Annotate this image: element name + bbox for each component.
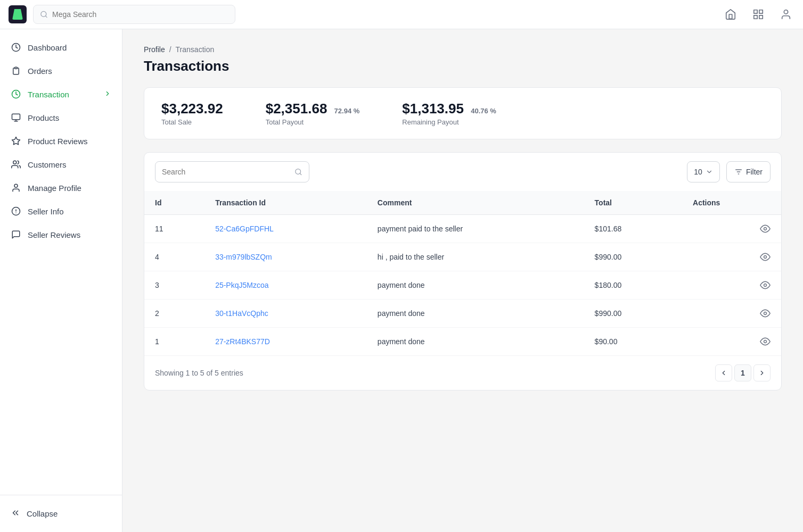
cell-id: 11 <box>144 215 204 243</box>
manage-profile-icon <box>11 182 21 193</box>
sidebar-item-customers-label: Customers <box>28 160 67 169</box>
pagination-controls: 1 <box>715 364 771 381</box>
filter-label: Filter <box>746 168 763 176</box>
collapse-label: Collapse <box>27 509 58 518</box>
stat-total-payout-label: Total Payout <box>266 118 360 126</box>
orders-icon <box>11 65 21 76</box>
sidebar-item-seller-reviews[interactable]: Seller Reviews <box>0 223 122 246</box>
sidebar-item-products[interactable]: Products <box>0 106 122 129</box>
main-content: Profile / Transaction Transactions $3,22… <box>122 29 803 532</box>
cell-comment: payment done <box>367 300 584 328</box>
per-page-value: 10 <box>694 168 702 176</box>
collapse-icon <box>11 508 20 519</box>
svg-rect-6 <box>759 15 763 19</box>
user-icon-btn[interactable] <box>777 6 794 23</box>
col-comment: Comment <box>367 191 584 215</box>
sidebar-item-seller-info[interactable]: Seller Info <box>0 200 122 223</box>
sidebar-item-customers[interactable]: Customers <box>0 153 122 176</box>
cell-transaction-id[interactable]: 30-t1HaVcQphc <box>204 300 367 328</box>
transactions-table: Id Transaction Id Comment Total Actions … <box>144 191 781 355</box>
cell-transaction-id[interactable]: 52-Ca6GpFDFHL <box>204 215 367 243</box>
sidebar-item-orders[interactable]: Orders <box>0 59 122 82</box>
page-title: Transactions <box>144 58 782 74</box>
view-action-btn[interactable] <box>693 308 771 319</box>
global-search-input[interactable] <box>52 10 228 19</box>
breadcrumb-current: Transaction <box>176 45 215 54</box>
view-action-btn[interactable] <box>693 252 771 262</box>
table-row: 4 33-m979lbSZQm hi , paid to the seller … <box>144 243 781 271</box>
breadcrumb-parent[interactable]: Profile <box>144 45 165 54</box>
table-search-bar[interactable] <box>155 161 309 182</box>
filter-icon <box>734 168 743 176</box>
cell-total: $90.00 <box>584 328 682 356</box>
stat-remaining-payout-value: $1,313.95 40.76 % <box>402 101 496 117</box>
svg-rect-5 <box>754 15 757 19</box>
cell-total: $990.00 <box>584 243 682 271</box>
grid-icon-btn[interactable] <box>750 6 767 23</box>
view-action-btn[interactable] <box>693 280 771 290</box>
cell-actions <box>682 271 781 300</box>
chevron-right-icon <box>104 90 111 99</box>
sidebar-item-product-reviews-label: Product Reviews <box>28 137 88 146</box>
cell-comment: payment done <box>367 271 584 300</box>
svg-point-7 <box>784 10 788 14</box>
next-page-btn[interactable] <box>753 364 771 381</box>
global-search-bar[interactable] <box>33 5 235 24</box>
sidebar-item-product-reviews[interactable]: Product Reviews <box>0 129 122 153</box>
cell-actions <box>682 243 781 271</box>
cell-transaction-id[interactable]: 33-m979lbSZQm <box>204 243 367 271</box>
svg-point-29 <box>764 340 767 343</box>
table-actions: 10 Filter <box>687 161 771 182</box>
col-total: Total <box>584 191 682 215</box>
col-id: Id <box>144 191 204 215</box>
sidebar-item-transaction[interactable]: Transaction <box>0 82 122 106</box>
filter-button[interactable]: Filter <box>726 161 771 182</box>
table-row: 1 27-zRt4BKS77D payment done $90.00 <box>144 328 781 356</box>
cell-transaction-id[interactable]: 27-zRt4BKS77D <box>204 328 367 356</box>
cell-id: 4 <box>144 243 204 271</box>
transaction-icon <box>11 89 21 99</box>
svg-point-26 <box>764 256 767 259</box>
table-search-input[interactable] <box>162 168 290 176</box>
products-icon <box>11 112 21 123</box>
product-reviews-icon <box>11 136 21 146</box>
svg-marker-14 <box>12 137 20 145</box>
stat-total-payout-pct: 72.94 % <box>334 107 360 115</box>
cell-total: $990.00 <box>584 300 682 328</box>
table-row: 2 30-t1HaVcQphc payment done $990.00 <box>144 300 781 328</box>
cell-total: $101.68 <box>584 215 682 243</box>
svg-point-27 <box>764 284 767 287</box>
stat-total-sale-value: $3,223.92 <box>161 101 223 117</box>
sidebar-item-dashboard[interactable]: Dashboard <box>0 36 122 59</box>
sidebar-item-seller-reviews-label: Seller Reviews <box>28 230 80 239</box>
svg-point-28 <box>764 312 767 315</box>
svg-rect-11 <box>12 114 20 120</box>
table-search-icon <box>294 168 302 176</box>
cell-transaction-id[interactable]: 25-PkqJ5Mzcoa <box>204 271 367 300</box>
stat-total-payout-value: $2,351.68 72.94 % <box>266 101 360 117</box>
main-layout: Dashboard Orders Transaction Products <box>0 29 803 532</box>
table-row: 11 52-Ca6GpFDFHL payment paid to the sel… <box>144 215 781 243</box>
col-transaction-id: Transaction Id <box>204 191 367 215</box>
collapse-button[interactable]: Collapse <box>0 502 122 526</box>
per-page-select[interactable]: 10 <box>687 161 720 182</box>
store-icon-btn[interactable] <box>722 6 739 23</box>
cell-total: $180.00 <box>584 271 682 300</box>
stat-remaining-payout-label: Remaining Payout <box>402 118 496 126</box>
stat-remaining-payout: $1,313.95 40.76 % Remaining Payout <box>402 101 496 126</box>
svg-rect-4 <box>759 10 763 13</box>
stat-total-payout: $2,351.68 72.94 % Total Payout <box>266 101 360 126</box>
sidebar-item-seller-info-label: Seller Info <box>28 207 64 216</box>
table-toolbar: 10 Filter <box>144 153 781 191</box>
sidebar-item-transaction-label: Transaction <box>28 90 69 99</box>
dashboard-icon <box>11 42 21 53</box>
sidebar-item-manage-profile[interactable]: Manage Profile <box>0 176 122 200</box>
svg-point-16 <box>14 184 18 187</box>
view-action-btn[interactable] <box>693 336 771 347</box>
view-action-btn[interactable] <box>693 223 771 234</box>
page-1-btn[interactable]: 1 <box>734 364 751 381</box>
search-icon <box>40 10 48 19</box>
table-row: 3 25-PkqJ5Mzcoa payment done $180.00 <box>144 271 781 300</box>
svg-line-1 <box>45 16 47 18</box>
prev-page-btn[interactable] <box>715 364 732 381</box>
